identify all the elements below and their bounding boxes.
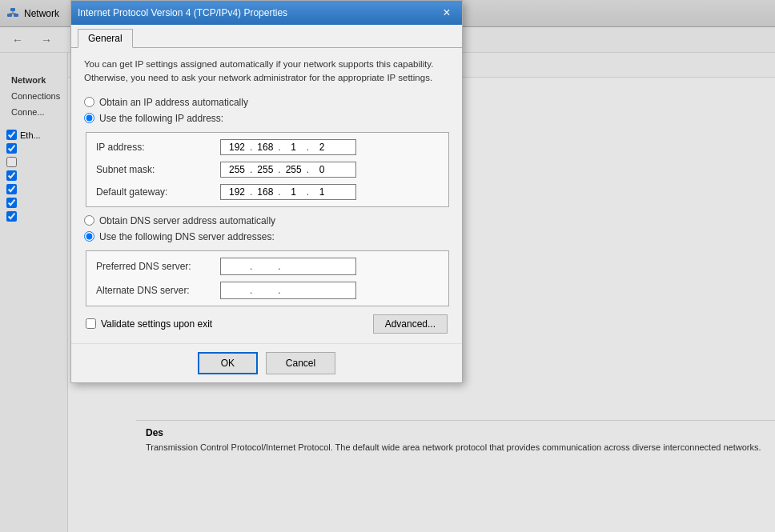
ip-o4[interactable]: 2 bbox=[311, 142, 333, 153]
adns-o2[interactable] bbox=[254, 285, 276, 296]
ip-address-label: IP address: bbox=[96, 142, 220, 153]
cancel-button[interactable]: Cancel bbox=[266, 352, 335, 374]
dialog-title: Internet Protocol Version 4 (TCP/IPv4) P… bbox=[78, 7, 287, 18]
dialog-tabs: General bbox=[71, 25, 462, 48]
manual-dns-label[interactable]: Use the following DNS server addresses: bbox=[99, 231, 275, 242]
ok-button[interactable]: OK bbox=[198, 352, 258, 374]
preferred-dns-label: Preferred DNS server: bbox=[96, 261, 220, 272]
manual-ip-radio[interactable] bbox=[84, 113, 94, 123]
adns-o3[interactable] bbox=[283, 285, 305, 296]
manual-dns-row: Use the following DNS server addresses: bbox=[84, 231, 449, 242]
auto-ip-row: Obtain an IP address automatically bbox=[84, 97, 449, 108]
manual-ip-row: Use the following IP address: bbox=[84, 113, 449, 124]
tcp-ipv4-dialog: Internet Protocol Version 4 (TCP/IPv4) P… bbox=[70, 0, 463, 383]
close-button[interactable]: × bbox=[438, 4, 456, 22]
ip-address-input[interactable]: 192 . 168 . 1 . 2 bbox=[220, 139, 356, 155]
pdns-o2[interactable] bbox=[254, 261, 276, 272]
ip-address-row: IP address: 192 . 168 . 1 . 2 bbox=[96, 139, 439, 155]
validate-row: Validate settings upon exit Advanced... bbox=[84, 314, 449, 334]
auto-dns-radio[interactable] bbox=[84, 215, 94, 226]
adns-o1[interactable] bbox=[226, 285, 248, 296]
alternate-dns-label: Alternate DNS server: bbox=[96, 285, 220, 296]
default-gateway-label: Default gateway: bbox=[96, 186, 220, 198]
auto-dns-row: Obtain DNS server address automatically bbox=[84, 215, 449, 226]
manual-dns-radio[interactable] bbox=[84, 231, 94, 242]
pdns-o3[interactable] bbox=[283, 261, 305, 272]
dns-radio-group: Obtain DNS server address automatically … bbox=[84, 215, 449, 242]
auto-ip-label[interactable]: Obtain an IP address automatically bbox=[99, 97, 248, 108]
gateway-o1[interactable] bbox=[226, 186, 248, 198]
default-gateway-input[interactable]: . . . bbox=[220, 184, 356, 200]
pdns-o1[interactable] bbox=[226, 261, 248, 272]
preferred-dns-input[interactable]: . . bbox=[220, 258, 356, 275]
subnet-o2[interactable] bbox=[254, 164, 276, 175]
alternate-dns-row: Alternate DNS server: . . bbox=[96, 282, 439, 299]
auto-dns-label[interactable]: Obtain DNS server address automatically bbox=[99, 215, 275, 226]
ip-radio-group: Obtain an IP address automatically Use t… bbox=[84, 97, 449, 124]
advanced-button[interactable]: Advanced... bbox=[373, 314, 448, 334]
validate-label[interactable]: Validate settings upon exit bbox=[101, 318, 212, 330]
ip-o3[interactable]: 1 bbox=[283, 142, 305, 153]
subnet-mask-input[interactable]: . . . bbox=[220, 162, 356, 178]
subnet-mask-label: Subnet mask: bbox=[96, 164, 220, 175]
manual-ip-label[interactable]: Use the following IP address: bbox=[99, 113, 223, 124]
preferred-dns-row: Preferred DNS server: . . bbox=[96, 258, 439, 275]
gateway-o2[interactable] bbox=[254, 186, 276, 198]
subnet-o4[interactable] bbox=[311, 164, 333, 175]
default-gateway-row: Default gateway: . . . bbox=[96, 184, 439, 200]
dialog-body: You can get IP settings assigned automat… bbox=[71, 48, 462, 343]
modal-overlay: Internet Protocol Version 4 (TCP/IPv4) P… bbox=[0, 0, 775, 532]
dialog-footer: OK Cancel bbox=[71, 343, 462, 382]
subnet-mask-row: Subnet mask: . . . bbox=[96, 162, 439, 178]
dns-fields-group: Preferred DNS server: . . Alternate DNS … bbox=[86, 250, 449, 306]
info-text: You can get IP settings assigned automat… bbox=[84, 58, 449, 86]
validate-checkbox[interactable] bbox=[86, 318, 96, 329]
tab-general[interactable]: General bbox=[78, 29, 133, 48]
ip-o2[interactable]: 168 bbox=[254, 142, 276, 153]
auto-ip-radio[interactable] bbox=[84, 97, 94, 107]
gateway-o4[interactable] bbox=[311, 186, 333, 198]
alternate-dns-input[interactable]: . . bbox=[220, 282, 356, 299]
ip-fields-group: IP address: 192 . 168 . 1 . 2 Subnet mas… bbox=[86, 132, 449, 207]
dialog-titlebar: Internet Protocol Version 4 (TCP/IPv4) P… bbox=[71, 1, 462, 25]
subnet-o1[interactable] bbox=[226, 164, 248, 175]
validate-left: Validate settings upon exit bbox=[86, 318, 212, 330]
ip-o1[interactable]: 192 bbox=[226, 142, 248, 153]
gateway-o3[interactable] bbox=[283, 186, 305, 198]
subnet-o3[interactable] bbox=[283, 164, 305, 175]
